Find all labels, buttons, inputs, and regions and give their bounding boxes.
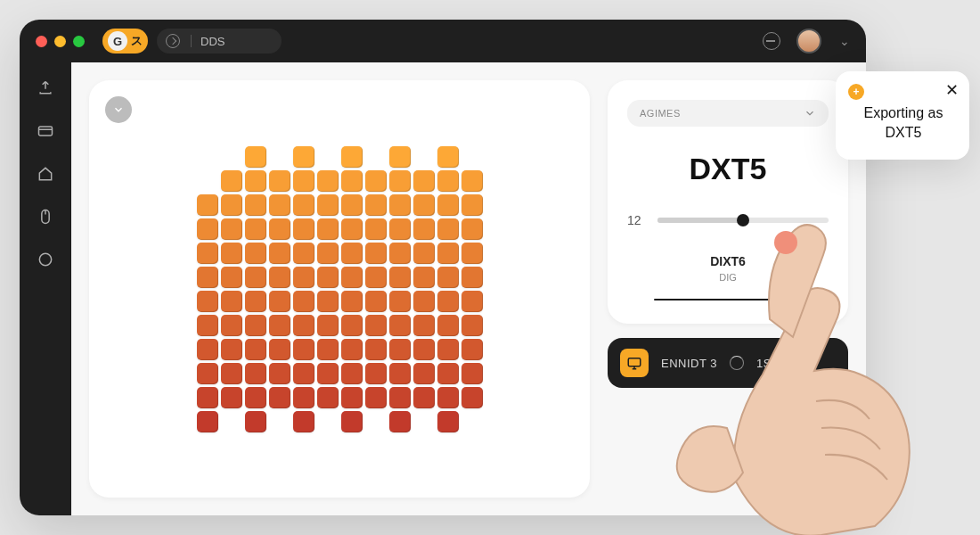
format-badge[interactable]: G ス [102,29,148,54]
format-badge-letter: G [108,31,127,51]
close-window-button[interactable] [36,36,47,47]
secondary-format-title: DIXT6 [627,254,829,268]
compression-format-label: DXT5 [627,152,829,186]
svg-rect-0 [39,127,53,136]
preset-dropdown[interactable]: AGIMES [627,100,829,127]
toast-message: Exporting as DXT5 [852,103,955,142]
status-text-a: ENNIDT 3 [661,357,717,370]
user-avatar[interactable] [796,29,821,54]
window-controls [36,36,85,47]
secondary-format-sub: DIG [627,272,829,283]
left-rail [20,62,71,515]
quality-value: 12 [627,213,647,227]
sync-icon[interactable] [763,32,780,50]
rail-card-button[interactable] [32,118,59,144]
export-settings-panel: AGIMES DXT5 12 DIXT6 DIG [608,80,848,324]
content-area: AGIMES DXT5 12 DIXT6 DIG [71,62,866,515]
rail-circle-button[interactable] [32,246,59,273]
toast-close-button[interactable]: ✕ [945,80,959,100]
overflow-menu-button[interactable] [832,496,848,501]
spinner-icon [730,356,744,370]
texture-grid [197,146,483,432]
status-monitor-badge [620,349,649,377]
collapse-preview-button[interactable] [105,96,132,123]
card-icon [37,122,54,140]
mouse-icon [37,208,54,226]
chevron-down-icon [112,103,125,116]
rail-mouse-button[interactable] [32,203,59,230]
status-text-b: 1SEESTT [756,357,811,370]
texture-preview-card [89,80,590,498]
rail-home-button[interactable] [32,160,59,187]
preset-dropdown-label: AGIMES [640,108,681,119]
minimize-window-button[interactable] [54,36,66,47]
plus-icon: + [848,84,864,100]
svg-rect-3 [628,358,641,366]
export-icon [37,79,54,97]
home-icon [37,165,54,183]
export-toast: + ✕ Exporting as DXT5 [836,71,969,160]
separator [191,35,192,47]
app-window: G ス DDS ⌄ [20,20,866,515]
circle-icon [37,251,54,268]
quality-slider-fill [657,218,747,223]
format-badge-glyph: ス [131,33,143,49]
chevron-down-icon [804,107,816,119]
quality-slider[interactable] [657,218,829,223]
maximize-window-button[interactable] [73,36,85,47]
titlebar: G ス DDS ⌄ [20,20,866,62]
svg-point-2 [39,253,51,265]
quality-slider-knob[interactable] [737,214,749,226]
address-text: DDS [200,35,225,48]
address-field[interactable]: DDS [157,29,282,54]
reload-icon [166,34,180,48]
titlebar-menu-chevron[interactable]: ⌄ [839,34,850,48]
export-status-bar[interactable]: ENNIDT 3 1SEESTT [608,338,848,388]
quality-slider-row: 12 [627,213,829,227]
monitor-icon [626,355,642,371]
settings-column: AGIMES DXT5 12 DIXT6 DIG [608,80,848,498]
secondary-divider [654,299,802,300]
rail-export-button[interactable] [32,75,59,102]
